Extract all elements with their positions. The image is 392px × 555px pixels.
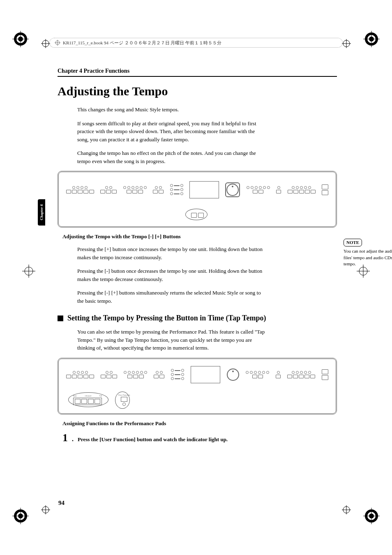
tempo-p1: Pressing the [+] button once increases t…: [77, 245, 267, 261]
panel-dial-frame: [225, 182, 240, 197]
panel2-style: [124, 371, 147, 378]
register-mark-icon: [342, 505, 351, 516]
panel-screen: [189, 181, 219, 198]
panel-tempo-buttons: [153, 186, 164, 193]
panel-dial-icon: [226, 184, 239, 196]
crop-mark-icon: [21, 263, 37, 279]
running-header: KR117_115_r_e.book 94 ページ ２００６年２月２７日 月曜日…: [49, 38, 343, 48]
panel-tone-1: [247, 186, 270, 193]
step-text: Press the [User Function] button and wat…: [78, 436, 228, 443]
panel2-tone-1: [246, 371, 269, 378]
panel-illustration-tap: Basic Advanced Full User Function: [58, 358, 337, 415]
panel-style: [123, 186, 147, 193]
panel2-perf-pad: [101, 371, 117, 378]
panel2-tone-2: [276, 371, 281, 378]
register-mark-icon: [41, 505, 50, 516]
callout-oval-icon: [68, 392, 108, 407]
register-mark-icon: [342, 39, 351, 50]
panel-right-end: [322, 184, 328, 195]
page-title: Adjusting the Tempo: [58, 84, 337, 98]
panel2-screen: [191, 366, 220, 383]
note-text: You can not adjust the audio files' temp…: [344, 248, 392, 267]
section-tap-tempo-title: Setting the Tempo by Pressing the Button…: [67, 314, 266, 322]
tap-tempo-p1: You can also set the tempo by pressing t…: [77, 328, 267, 352]
tempo-p3: Pressing the [-] [+] buttons simultaneou…: [77, 289, 267, 305]
note-sidebar: NOTE You can not adjust the audio files'…: [344, 239, 392, 267]
running-header-text: KR117_115_r_e.book 94 ページ ２００６年２月２７日 月曜日…: [63, 40, 221, 46]
panel2-dial-icon: [227, 368, 239, 381]
crop-mark-icon: [12, 508, 29, 524]
page-number: 94: [58, 500, 65, 507]
chapter-heading: Chapter 4 Practice Functions: [58, 68, 337, 77]
pads-callout: Basic Advanced Full: [73, 395, 102, 405]
subheading-tempo-buttons: Adjusting the Tempo with the Tempo [-] […: [62, 233, 337, 240]
square-bullet-icon: [58, 315, 63, 321]
crop-mark-icon: [12, 31, 29, 47]
user-function-callout: User Function: [118, 394, 130, 406]
step-dot: .: [72, 435, 74, 443]
register-mark-icon: [41, 39, 50, 50]
book-runner-icon: [55, 40, 60, 46]
panel2-right-end: [322, 369, 328, 380]
panel-perf-pad: [100, 186, 117, 193]
intro-paragraph-2: If songs seem difficult to play at their…: [77, 120, 267, 144]
panel2-tempo: [154, 371, 164, 378]
crop-mark-icon: [363, 508, 380, 524]
note-badge: NOTE: [344, 239, 362, 246]
intro-paragraph-3: Changing the tempo has no effect on the …: [77, 149, 267, 165]
panel-illustration-tempo: [58, 171, 337, 228]
subheading-assign-pads: Assigning Functions to the Performance P…: [62, 420, 337, 427]
panel2-left-controls: [66, 371, 94, 378]
panel-balance: [170, 184, 183, 195]
panel-tone-3: [288, 186, 316, 193]
crop-mark-icon: [363, 31, 380, 47]
callout-oval-icon: [185, 209, 208, 220]
step-1: 1. Press the [User Function] button and …: [62, 432, 337, 444]
chapter-side-tab: Chapter 4: [38, 199, 45, 226]
panel-left-controls: [66, 186, 94, 193]
panel2-tone-3: [287, 371, 315, 378]
section-tap-tempo-heading: Setting the Tempo by Pressing the Button…: [58, 314, 337, 322]
panel2-balance: [171, 369, 184, 380]
callout-oval-icon: [115, 391, 130, 409]
panel-tone-2: [276, 186, 281, 193]
step-number: 1: [62, 432, 68, 444]
intro-paragraph-1: This changes the song and Music Style te…: [77, 106, 267, 114]
tempo-p2: Pressing the [-] button once decreases t…: [77, 267, 267, 283]
